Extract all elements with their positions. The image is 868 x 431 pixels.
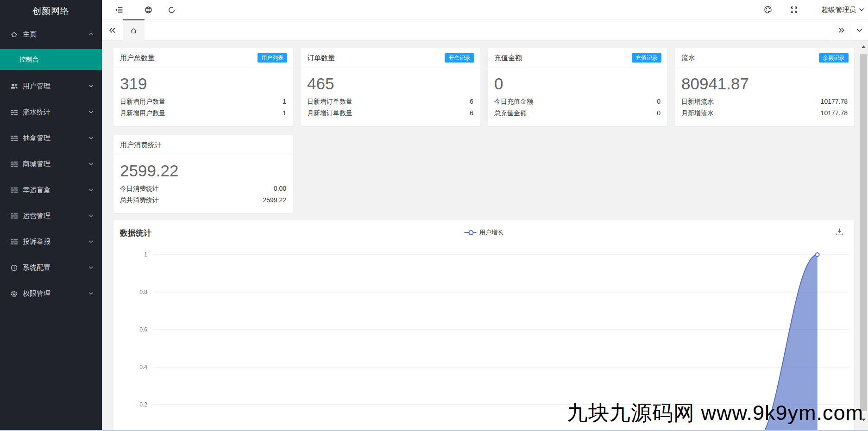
chevron-down-icon (88, 162, 94, 166)
stat-row-value: 0 (657, 108, 660, 118)
double-chevron-left-icon (109, 27, 116, 33)
legend-label: 用户增长 (479, 228, 503, 237)
chevron-down-icon (88, 110, 94, 114)
gear-icon (10, 290, 18, 298)
user-menu[interactable]: 超级管理员 (821, 0, 864, 19)
stat-value: 319 (113, 68, 293, 96)
tab-home[interactable] (123, 19, 145, 41)
stat-card-users: 用户总数量 用户列表 319 日新增用户数量1 月新增用户数量1 (113, 48, 293, 126)
list-icon (10, 238, 18, 246)
sidebar-item-label: 幸运盲盒 (23, 186, 88, 194)
chevron-down-icon (88, 188, 94, 192)
sidebar-item-label: 主页 (23, 30, 88, 39)
sidebar-nav: 用户管理 流水统计 抽盒管理 商城管理 幸运盲盒 运营管理 (0, 73, 102, 306)
stat-card-flow: 流水 余额记录 80941.87 日新增流水10177.78 月新增流水1017… (675, 48, 854, 126)
chevron-down-icon (856, 28, 862, 32)
user-list-badge[interactable]: 用户列表 (258, 53, 287, 62)
stat-row-label: 总共消费统计 (120, 195, 263, 205)
card-title: 充值金额 (494, 54, 632, 62)
stat-card-orders: 订单数量 开盒记录 465 日新增订单数量6 月新增订单数量6 (301, 48, 480, 126)
globe-icon (145, 6, 152, 14)
stat-row-value: 6 (470, 108, 473, 118)
download-icon (835, 227, 844, 236)
sidebar-item-box-mgmt[interactable]: 抽盒管理 (0, 125, 102, 151)
language-button[interactable] (139, 0, 157, 19)
tab-bar (102, 19, 868, 41)
tabs-menu-button[interactable] (850, 19, 868, 41)
double-chevron-right-icon (838, 27, 845, 33)
card-title: 订单数量 (307, 54, 445, 62)
sidebar-item-label: 商城管理 (23, 160, 88, 169)
stat-card-recharge: 充值金额 充值记录 0 今日充值金额0 总充值金额0 (488, 48, 667, 126)
stat-card-consumption: 用户消费统计 2599.22 今日消费统计0.00 总共消费统计2599.22 (113, 135, 293, 213)
vertical-scrollbar[interactable] (859, 41, 868, 431)
list-icon (10, 134, 18, 142)
stat-row-value: 1 (283, 108, 286, 118)
chevron-down-icon (88, 266, 94, 269)
svg-text:0.8: 0.8 (139, 289, 147, 295)
sidebar-item-lucky-box[interactable]: 幸运盲盒 (0, 177, 102, 203)
palette-icon (764, 6, 772, 14)
sidebar-item-home[interactable]: 主页 (0, 22, 102, 46)
user-name: 超级管理员 (821, 6, 856, 14)
stat-row-value: 1 (283, 97, 286, 106)
svg-text:0.2: 0.2 (139, 401, 147, 408)
chevron-down-icon (859, 8, 864, 12)
sidebar-item-operations[interactable]: 运营管理 (0, 203, 102, 229)
sidebar-item-complaints[interactable]: 投诉举报 (0, 229, 102, 255)
fullscreen-button[interactable] (785, 0, 803, 19)
stat-value: 80941.87 (675, 68, 854, 96)
tabs-scroll-left-button[interactable] (102, 19, 123, 41)
card-title: 流水 (681, 54, 819, 62)
sidebar-item-system-config[interactable]: 系统配置 (0, 255, 102, 281)
balance-records-badge[interactable]: 余额记录 (819, 53, 849, 62)
main-content: 用户总数量 用户列表 319 日新增用户数量1 月新增用户数量1 订单数量 开盒… (102, 41, 868, 431)
outdent-icon (114, 6, 123, 14)
scroll-up-arrow-icon[interactable] (859, 42, 868, 52)
collapse-sidebar-button[interactable] (109, 0, 128, 19)
sidebar-item-label: 投诉举报 (23, 237, 88, 246)
recharge-records-badge[interactable]: 充值记录 (632, 53, 661, 62)
chevron-up-icon (88, 32, 94, 36)
chevron-down-icon (88, 84, 94, 88)
sidebar-item-flow-stats[interactable]: 流水统计 (0, 99, 102, 125)
chart-title: 数据统计 (120, 228, 151, 238)
sidebar-item-user-mgmt[interactable]: 用户管理 (0, 73, 102, 99)
svg-text:1: 1 (144, 251, 147, 258)
theme-button[interactable] (759, 0, 777, 19)
home-icon (10, 31, 18, 38)
chevron-down-icon (88, 292, 94, 295)
list-icon (10, 108, 18, 116)
refresh-button[interactable] (162, 0, 181, 19)
stat-row-label: 日新增订单数量 (307, 97, 470, 106)
stat-row-label: 月新增用户数量 (120, 108, 283, 118)
stat-row-value: 10177.78 (821, 108, 848, 118)
stat-row-label: 今日充值金额 (494, 97, 657, 106)
stat-row-label: 月新增流水 (681, 108, 821, 118)
sidebar-item-label: 系统配置 (23, 263, 88, 272)
stat-row-value: 2599.22 (263, 195, 286, 205)
download-chart-button[interactable] (834, 226, 845, 237)
stat-row-value: 0 (657, 97, 660, 106)
tabs-scroll-right-button[interactable] (832, 19, 850, 41)
legend-line-marker-icon (464, 232, 476, 233)
sidebar-item-label: 流水统计 (23, 108, 88, 117)
chevron-down-icon (88, 214, 94, 218)
sidebar-item-mall-mgmt[interactable]: 商城管理 (0, 151, 102, 177)
stat-row-value: 10177.78 (821, 97, 848, 106)
chevron-down-icon (88, 136, 94, 140)
brand-logo: 创颜网络 (0, 0, 102, 22)
stat-row-label: 日新增用户数量 (120, 97, 283, 106)
scrollbar-thumb[interactable] (860, 54, 867, 411)
sidebar-item-permissions[interactable]: 权限管理 (0, 281, 102, 306)
refresh-icon (168, 6, 176, 14)
watermark-text: 九块九源码网 www.9k9ym.com (567, 399, 863, 427)
sidebar-item-label: 用户管理 (23, 82, 88, 91)
stat-value: 0 (488, 68, 667, 96)
sidebar-item-console[interactable]: 控制台 (0, 49, 102, 70)
legend-item-user-growth[interactable]: 用户增长 (464, 228, 503, 237)
open-box-records-badge[interactable]: 开盒记录 (445, 53, 474, 62)
stat-row-label: 月新增订单数量 (307, 108, 470, 118)
list-icon (10, 186, 18, 194)
home-icon (130, 27, 138, 35)
